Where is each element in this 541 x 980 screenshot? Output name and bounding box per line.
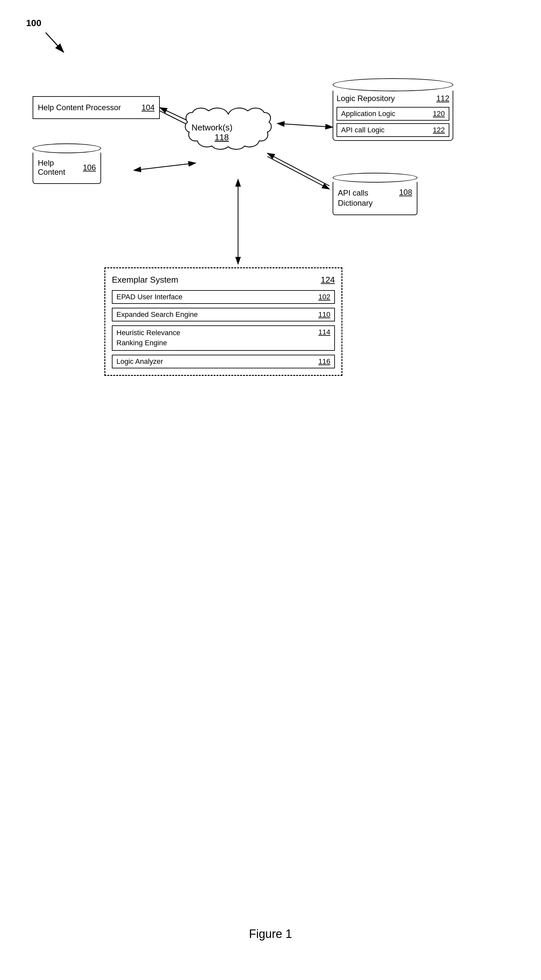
help-content-cylinder: HelpContent 106 [33,143,101,184]
help-content-processor-box: Help Content Processor 104 [33,96,160,119]
heuristic-relevance-ranking-engine-box: Heuristic RelevanceRanking Engine 114 [112,325,335,351]
ref-100-label: 100 [26,18,41,29]
svg-line-3 [46,33,64,52]
expanded-search-engine-label: Expanded Search Engine [116,310,198,319]
network-ref: 118 [215,132,229,142]
exemplar-system-ref: 124 [321,275,335,285]
api-call-logic-label: API call Logic [341,126,385,134]
help-content-processor-label: Help Content Processor [38,103,121,112]
api-calls-dictionary-cylinder: API callsDictionary 108 [333,173,417,215]
network-label: Network(s) [191,123,232,132]
logic-analyzer-ref: 116 [318,357,330,366]
help-content-label: HelpContent [38,158,65,177]
figure-label: Figure 1 [249,927,292,941]
logic-repository-cylinder: Logic Repository 112 Application Logic 1… [333,78,453,141]
epad-user-interface-box: EPAD User Interface 102 [112,290,335,304]
svg-line-9 [267,153,329,186]
api-calls-dictionary-ref: 108 [399,188,412,197]
logic-repository-ref: 112 [436,94,449,103]
epad-user-interface-label: EPAD User Interface [116,293,183,301]
help-content-ref: 106 [83,163,96,172]
application-logic-label: Application Logic [341,110,395,118]
epad-user-interface-ref: 102 [318,293,330,301]
network-cloud: Network(s) 118 [183,104,274,183]
application-logic-box: Application Logic 120 [337,107,449,121]
expanded-search-engine-box: Expanded Search Engine 110 [112,308,335,321]
expanded-search-engine-ref: 110 [318,310,330,319]
svg-line-7 [284,124,333,127]
exemplar-system-container: Exemplar System 124 EPAD User Interface … [104,267,342,376]
logic-repository-label: Logic Repository [337,94,395,103]
api-call-logic-box: API call Logic 122 [337,123,449,137]
api-calls-dictionary-label: API callsDictionary [338,188,373,208]
logic-analyzer-label: Logic Analyzer [116,357,163,366]
heuristic-relevance-ranking-engine-ref: 114 [318,328,330,336]
application-logic-ref: 120 [433,110,445,118]
logic-analyzer-box: Logic Analyzer 116 [112,355,335,368]
api-call-logic-ref: 122 [433,126,445,134]
heuristic-relevance-ranking-engine-label: Heuristic RelevanceRanking Engine [116,328,180,348]
exemplar-system-label: Exemplar System [112,275,178,285]
help-content-processor-ref: 104 [142,103,154,112]
svg-line-8 [267,156,329,189]
